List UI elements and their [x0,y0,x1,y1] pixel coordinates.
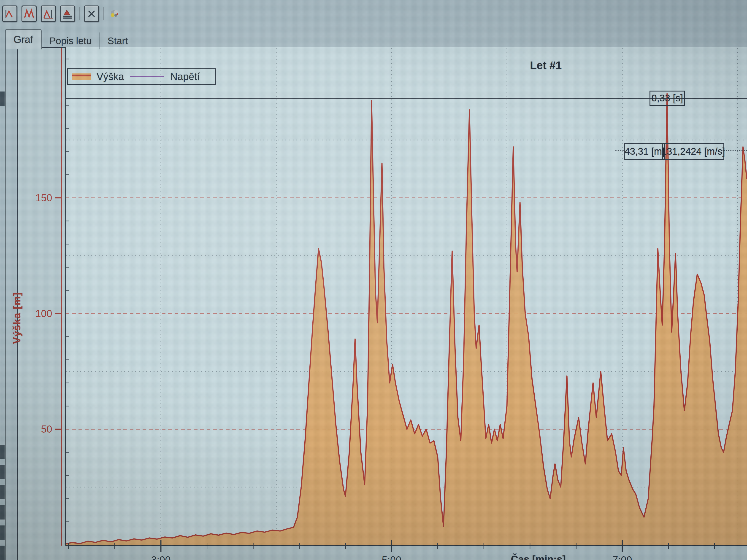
cursor-leader-line [722,150,747,151]
close-icon [86,8,97,19]
zoom-y-icon [62,8,73,19]
altitude-series-swatch[interactable] [72,74,91,80]
y-tick-label: 50 [41,423,52,435]
y-tick-label: 100 [35,308,52,319]
tab-popis-letu[interactable]: Popis letu [42,32,100,49]
tab-start[interactable]: Start [100,32,136,49]
screen-photo: { "app": { "tabs": [ {"label": "Graf", "… [0,0,747,560]
voltage-series-swatch[interactable] [130,76,164,77]
zoom-x-button[interactable] [41,5,56,22]
y-tick-label: 150 [35,192,52,203]
zoom-extents-button[interactable] [2,5,18,22]
toolbar [2,5,121,22]
palette-icon [109,8,121,20]
cursor-leader-line [615,150,624,151]
x-axis-label: Čas [min:s] [511,554,566,560]
tab-bar: Graf Popis letu Start [5,30,136,49]
legend-label-altitude[interactable]: Výška [97,71,124,82]
cursor-altitude-box[interactable]: 43,31 [m] [624,143,665,160]
y-axis-label: Výška [m] [11,292,23,344]
toolbar-separator [103,7,104,20]
zoom-x-icon [43,8,54,19]
zoom-y-button[interactable] [60,5,75,22]
x-tick-label: 7:00 [613,554,632,560]
tab-graf[interactable]: Graf [5,29,42,49]
palette-button[interactable] [108,6,121,21]
close-graph-button[interactable] [84,5,99,22]
zoom-extents-icon [5,8,15,19]
zoom-in-curve-icon [24,8,34,19]
toolbar-separator [79,7,80,20]
zoom-in-curve-button[interactable] [22,5,36,22]
x-tick-label: 5:00 [382,554,402,560]
chart-title: Let #1 [530,59,562,72]
cursor-speed-box[interactable]: 131,2424 [m/s] [662,143,724,160]
legend-label-voltage[interactable]: Napětí [170,71,200,82]
chart-legend: Výška Napětí [67,69,216,85]
x-tick-label: 3:00 [151,554,171,560]
cursor-time-box[interactable]: 0,33 [s] [649,90,685,106]
